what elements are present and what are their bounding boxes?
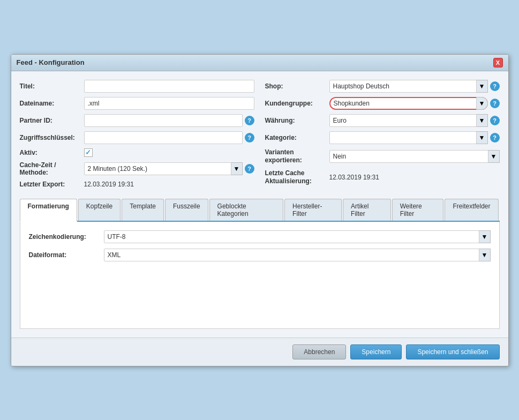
tab-fusszeile[interactable]: Fusszeile xyxy=(165,199,208,221)
partner-id-help[interactable]: ? xyxy=(245,116,254,125)
save-close-button[interactable]: Speichern und schließen xyxy=(406,344,499,359)
kategorie-help[interactable]: ? xyxy=(490,133,500,142)
aktiv-row: Aktiv: ✓ xyxy=(20,148,254,157)
tab-weitere-filter[interactable]: Weitere Filter xyxy=(392,199,444,221)
tabs-bar: Formatierung Kopfzeile Template Fusszeil… xyxy=(20,199,500,222)
right-column: Shop: Hauptshop Deutsch ▼ ? Kundengruppe… xyxy=(265,80,500,192)
letzter-export-value: 12.03.2019 19:31 xyxy=(84,181,134,188)
kundengruppe-select[interactable]: Shopkunden xyxy=(329,97,488,110)
tab-geblockte-kategorien[interactable]: Geblockte Kategorien xyxy=(209,199,283,221)
letzter-export-row: Letzter Export: 12.03.2019 19:31 xyxy=(20,181,254,188)
tab-template[interactable]: Template xyxy=(122,199,164,221)
cache-zeit-select[interactable]: 2 Minuten (120 Sek.) xyxy=(84,162,243,175)
varianten-label: Varianten exportieren: xyxy=(265,148,329,165)
letzter-export-label: Letzter Export: xyxy=(20,181,84,188)
zeichenkodierung-select-wrap: UTF-8 ▼ xyxy=(104,230,491,243)
letzte-cache-label: Letzte Cache Aktualisierung: xyxy=(265,169,329,186)
kategorie-select[interactable] xyxy=(329,131,488,144)
kundengruppe-help[interactable]: ? xyxy=(490,99,500,108)
dialog-title: Feed - Konfiguration xyxy=(17,58,85,66)
varianten-select-wrap: Nein ▼ xyxy=(329,150,500,163)
partner-id-group: ? xyxy=(84,114,254,127)
tab-freitextfelder[interactable]: Freitextfelder xyxy=(445,199,498,221)
cache-zeit-row: Cache-Zeit / Methode: 2 Minuten (120 Sek… xyxy=(20,161,254,176)
feed-configuration-dialog: Feed - Konfiguration X Titel: Dateiname: xyxy=(11,54,509,366)
cache-zeit-group: 2 Minuten (120 Sek.) ▼ ? xyxy=(84,162,254,175)
letzte-cache-value: 12.03.2019 19:31 xyxy=(329,174,379,181)
zugriffsschluessel-help[interactable]: ? xyxy=(245,133,254,142)
partner-id-row: Partner ID: ? xyxy=(20,114,254,127)
save-button[interactable]: Speichern xyxy=(350,344,402,359)
zugriffsschluessel-input[interactable] xyxy=(84,131,243,144)
varianten-select[interactable]: Nein xyxy=(329,150,500,163)
tabs-section: Formatierung Kopfzeile Template Fusszeil… xyxy=(20,199,500,329)
waehrung-row: Währung: Euro ▼ ? xyxy=(265,114,500,127)
checkbox-check: ✓ xyxy=(85,148,91,156)
kategorie-row: Kategorie: ▼ ? xyxy=(265,131,500,144)
cache-zeit-help[interactable]: ? xyxy=(245,164,254,174)
kategorie-select-wrap: ▼ xyxy=(329,131,488,144)
top-section: Titel: Dateiname: Partner ID: ? xyxy=(20,80,500,192)
cache-zeit-label: Cache-Zeit / Methode: xyxy=(20,161,84,176)
shop-label: Shop: xyxy=(265,82,329,90)
dialog-footer: Abbrechen Speichern Speichern und schlie… xyxy=(11,338,508,366)
partner-id-label: Partner ID: xyxy=(20,117,84,124)
kategorie-label: Kategorie: xyxy=(265,134,329,141)
zeichenkodierung-label: Zeichenkodierung: xyxy=(29,233,104,241)
tab-formatierung[interactable]: Formatierung xyxy=(20,199,77,222)
dateiname-row: Dateiname: xyxy=(20,97,254,110)
titel-input[interactable] xyxy=(84,80,254,93)
tab-content-formatierung: Zeichenkodierung: UTF-8 ▼ Dateiformat: X… xyxy=(20,222,500,329)
dateiname-input[interactable] xyxy=(84,97,254,110)
kundengruppe-group: Shopkunden ▼ ? xyxy=(329,97,500,110)
tab-artikel-filter[interactable]: Artikel Filter xyxy=(343,199,391,221)
cache-zeit-select-wrap: 2 Minuten (120 Sek.) ▼ xyxy=(84,162,243,175)
shop-help[interactable]: ? xyxy=(490,81,500,91)
dialog-titlebar: Feed - Konfiguration X xyxy=(11,55,508,71)
zugriffsschluessel-row: Zugriffsschlüssel: ? xyxy=(20,131,254,144)
dateiformat-select-wrap: XML ▼ xyxy=(104,249,491,261)
aktiv-checkbox[interactable]: ✓ xyxy=(84,148,93,157)
dateiname-label: Dateiname: xyxy=(20,100,84,107)
aktiv-label: Aktiv: xyxy=(20,149,84,156)
shop-select-wrap: Hauptshop Deutsch ▼ xyxy=(329,80,488,93)
shop-group: Hauptshop Deutsch ▼ ? xyxy=(329,80,500,93)
shop-select[interactable]: Hauptshop Deutsch xyxy=(329,80,488,93)
kundengruppe-label: Kundengruppe: xyxy=(265,100,329,107)
close-button[interactable]: X xyxy=(493,58,503,68)
tab-hersteller-filter[interactable]: Hersteller-Filter xyxy=(284,199,342,221)
zugriffsschluessel-label: Zugriffsschlüssel: xyxy=(20,134,84,141)
dateiformat-select[interactable]: XML xyxy=(104,249,491,261)
cancel-button[interactable]: Abbrechen xyxy=(292,344,346,359)
dateiformat-row: Dateiformat: XML ▼ xyxy=(29,249,491,261)
letzte-cache-row: Letzte Cache Aktualisierung: 12.03.2019 … xyxy=(265,169,500,186)
waehrung-select-wrap: Euro ▼ xyxy=(329,114,488,127)
waehrung-help[interactable]: ? xyxy=(490,116,500,125)
kundengruppe-row: Kundengruppe: Shopkunden ▼ ? xyxy=(265,97,500,110)
titel-label: Titel: xyxy=(20,82,84,90)
shop-row: Shop: Hauptshop Deutsch ▼ ? xyxy=(265,80,500,93)
zeichenkodierung-select[interactable]: UTF-8 xyxy=(104,230,491,243)
waehrung-select[interactable]: Euro xyxy=(329,114,488,127)
kundengruppe-select-wrap: Shopkunden ▼ xyxy=(329,97,488,110)
zeichenkodierung-row: Zeichenkodierung: UTF-8 ▼ xyxy=(29,230,491,243)
waehrung-label: Währung: xyxy=(265,117,329,124)
zugriffsschluessel-group: ? xyxy=(84,131,254,144)
titel-row: Titel: xyxy=(20,80,254,93)
kategorie-group: ▼ ? xyxy=(329,131,500,144)
dateiformat-label: Dateiformat: xyxy=(29,251,104,259)
dialog-body: Titel: Dateiname: Partner ID: ? xyxy=(11,71,508,338)
tab-kopfzeile[interactable]: Kopfzeile xyxy=(78,199,121,221)
waehrung-group: Euro ▼ ? xyxy=(329,114,500,127)
varianten-row: Varianten exportieren: Nein ▼ xyxy=(265,148,500,165)
partner-id-input[interactable] xyxy=(84,114,243,127)
left-column: Titel: Dateiname: Partner ID: ? xyxy=(20,80,254,192)
